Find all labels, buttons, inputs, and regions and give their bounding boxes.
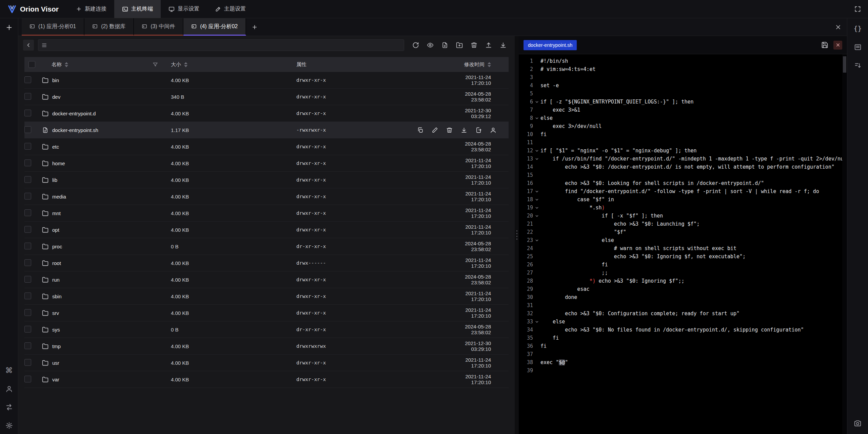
fold-chevron-icon[interactable] [533,195,540,204]
edit-icon[interactable] [432,127,438,133]
file-row[interactable]: etc4.00 KBdrwxr-xr-x2024-05-28 23:58:02 [24,138,509,155]
back-button[interactable] [23,40,34,51]
file-row[interactable]: usr4.00 KBdrwxr-xr-x2021-11-24 17:20:10 [24,355,509,371]
file-name[interactable]: tmp [52,343,61,349]
file-name[interactable]: mnt [52,210,61,216]
file-name[interactable]: srv [52,310,59,316]
preview-eye-icon[interactable] [427,42,434,49]
row-checkbox[interactable] [24,226,31,233]
new-file-icon[interactable] [441,42,448,49]
file-name[interactable]: home [52,161,65,166]
row-checkbox[interactable] [24,159,31,166]
file-row[interactable]: docker-entrypoint.d4.00 KBdrwxr-xr-x2021… [24,105,509,122]
list-icon[interactable] [41,42,47,48]
user-icon[interactable] [5,385,13,393]
fold-chevron-icon[interactable] [533,204,540,212]
file-name[interactable]: root [52,260,61,266]
file-row[interactable]: lib4.00 KBdrwxr-xr-x2021-11-24 17:20:10 [24,172,509,188]
menu-theme-settings[interactable]: 主题设置 [207,0,254,18]
rail-plus-button[interactable] [5,24,13,31]
move-icon[interactable] [475,127,482,133]
row-checkbox[interactable] [24,293,31,299]
download-icon[interactable] [500,42,507,49]
fold-chevron-icon[interactable] [533,236,540,244]
close-panel-icon[interactable] [835,24,842,31]
file-name[interactable]: dev [52,94,60,100]
menu-host-terminal[interactable]: 主机终端 [114,0,161,18]
new-folder-icon[interactable] [456,42,463,49]
delete-icon[interactable] [471,42,477,49]
path-input[interactable] [50,42,401,48]
file-row[interactable]: run4.00 KBdrwxr-xr-x2024-05-28 23:58:02 [24,271,509,288]
brand[interactable]: Orion Visor [0,0,68,18]
file-name[interactable]: proc [52,244,62,249]
row-checkbox[interactable] [24,76,31,83]
file-row[interactable]: mnt4.00 KBdrwxr-xr-x2021-11-24 17:20:10 [24,205,509,222]
tab-database[interactable]: (2) 数据库 [84,18,134,36]
file-row[interactable]: var4.00 KBdrwxr-xr-x2021-11-24 17:20:10 [24,371,509,388]
file-name[interactable]: sys [52,327,60,333]
fold-chevron-icon[interactable] [533,114,540,122]
file-row[interactable]: home4.00 KBdrwxr-xr-x2021-11-24 17:20:10 [24,155,509,172]
row-checkbox[interactable] [24,309,31,316]
sort-name-icon[interactable] [65,62,68,67]
sort-size-icon[interactable] [184,62,188,67]
file-row[interactable]: tmp4.00 KBdrwxrwxrwx2021-12-30 03:29:10 [24,338,509,355]
file-name[interactable]: docker-entrypoint.d [52,111,96,116]
code-editor[interactable]: 1#!/bin/sh2# vim:sw=4:ts=4:et34set -e56i… [519,54,842,434]
file-row[interactable]: srv4.00 KBdrwxr-xr-x2021-11-24 17:20:10 [24,305,509,321]
menu-new-connection[interactable]: 新建连接 [68,0,114,18]
close-editor-icon[interactable] [833,41,842,50]
sort-mtime-icon[interactable] [488,62,491,67]
fold-chevron-icon[interactable] [533,147,540,155]
file-row[interactable]: sbin4.00 KBdrwxr-xr-x2021-11-24 17:20:10 [24,288,509,305]
fold-chevron-icon[interactable] [533,98,540,106]
tab-app-analysis-01[interactable]: (1) 应用-分析01 [22,18,84,36]
fold-chevron-icon[interactable] [533,155,540,163]
row-checkbox[interactable] [24,359,31,366]
file-row[interactable]: dev340 Bdrwxr-xr-x2024-05-28 23:58:02 [24,89,509,105]
fold-chevron-icon[interactable] [533,212,540,220]
host-list-icon[interactable] [854,43,862,51]
new-tab-button[interactable] [246,18,263,36]
file-row[interactable]: root4.00 KBdrwx------2021-11-24 17:20:10 [24,255,509,271]
file-name[interactable]: opt [52,227,59,233]
tab-middleware[interactable]: (3) 中间件 [134,18,183,36]
menu-display-settings[interactable]: 显示设置 [161,0,207,18]
panel-splitter[interactable] [515,36,519,434]
switch-icon[interactable] [5,403,13,411]
file-name[interactable]: sbin [52,294,62,299]
file-row[interactable]: opt4.00 KBdrwxr-xr-x2021-11-24 17:20:10 [24,222,509,238]
file-name[interactable]: var [52,377,59,382]
row-checkbox[interactable] [24,176,31,183]
path-address-bar[interactable] [38,39,404,51]
row-checkbox[interactable] [24,326,31,333]
file-name[interactable]: usr [52,360,59,366]
row-checkbox[interactable] [24,193,31,200]
permission-icon[interactable] [490,127,496,133]
camera-icon[interactable] [854,419,862,427]
row-checkbox[interactable] [24,110,31,116]
filter-icon[interactable] [153,62,158,67]
download-icon[interactable] [461,127,467,133]
braces-icon[interactable]: {} [853,24,862,33]
refresh-icon[interactable] [412,42,419,49]
editor-scrollbar[interactable] [842,54,847,434]
tab-app-analysis-02[interactable]: (4) 应用-分析02 [183,18,246,36]
fold-chevron-icon[interactable] [533,187,540,195]
sort-order-icon[interactable] [854,62,862,69]
row-checkbox[interactable] [24,126,31,133]
file-row[interactable]: bin4.00 KBdrwxr-xr-x2021-11-24 17:20:10 [24,72,509,89]
copy-icon[interactable] [417,127,423,133]
row-checkbox[interactable] [24,376,31,382]
delete-icon[interactable] [446,127,453,133]
command-icon[interactable]: ⌘ [5,367,13,374]
settings-gear-icon[interactable] [5,422,13,429]
file-row[interactable]: media4.00 KBdrwxr-xr-x2021-11-24 17:20:1… [24,188,509,205]
row-checkbox[interactable] [24,93,31,100]
file-name[interactable]: lib [52,177,57,183]
save-icon[interactable] [821,41,828,49]
row-checkbox[interactable] [24,342,31,349]
fullscreen-icon[interactable] [854,5,861,13]
file-name[interactable]: run [52,277,60,283]
